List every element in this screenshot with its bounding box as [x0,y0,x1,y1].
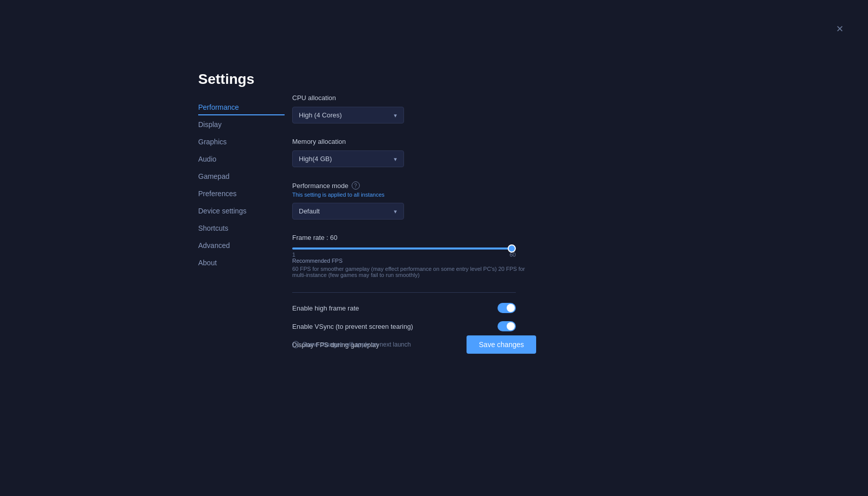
cpu-allocation-label: CPU allocation [292,94,536,102]
divider [292,292,516,293]
footer-hint-text: Some changes will apply on next launch [302,341,411,348]
performance-mode-label: Performance mode [292,182,349,190]
slider-min-label: 1 [292,252,295,258]
sidebar-item-device-settings[interactable]: Device settings [198,203,285,219]
toggle-row-high-frame-rate: Enable high frame rate [292,303,516,313]
high-frame-rate-toggle-knob [507,304,515,312]
sidebar-item-gamepad[interactable]: Gamepad [198,168,285,184]
memory-allocation-dropdown[interactable]: Low(1 GB) Medium(2 GB) High(4 GB) Ultra(… [292,150,404,167]
footer: ℹ Some changes will apply on next launch… [292,335,536,354]
footer-hint: ℹ Some changes will apply on next launch [292,341,411,348]
cpu-allocation-dropdown-wrapper: Low (1 Core) Medium (2 Cores) High (4 Co… [292,107,404,123]
toggle-row-vsync: Enable VSync (to prevent screen tearing) [292,321,516,331]
sidebar-item-shortcuts[interactable]: Shortcuts [198,220,285,236]
sidebar-item-about[interactable]: About [198,255,285,271]
sidebar-item-advanced[interactable]: Advanced [198,237,285,254]
performance-mode-section: Performance mode ? This setting is appli… [292,181,536,220]
cpu-allocation-dropdown[interactable]: Low (1 Core) Medium (2 Cores) High (4 Co… [292,107,404,123]
sidebar-item-preferences[interactable]: Preferences [198,185,285,202]
close-button[interactable]: ✕ [836,24,844,34]
performance-mode-hint: This setting is applied to all instances [292,192,536,198]
sidebar-item-audio[interactable]: Audio [198,151,285,167]
cpu-allocation-section: CPU allocation Low (1 Core) Medium (2 Co… [292,94,536,123]
footer-info-icon: ℹ [292,341,299,348]
recommended-fps-title: Recommended FPS [292,258,536,264]
save-changes-button[interactable]: Save changes [467,335,536,354]
vsync-toggle[interactable] [498,321,516,331]
main-content: CPU allocation Low (1 Core) Medium (2 Co… [292,94,536,358]
recommended-fps-text: 60 FPS for smoother gameplay (may effect… [292,266,536,278]
sidebar: Performance Display Graphics Audio Gamep… [198,99,285,271]
sidebar-item-graphics[interactable]: Graphics [198,134,285,150]
frame-rate-label: Frame rate : 60 [292,234,536,241]
vsync-toggle-knob [507,322,515,330]
performance-mode-help-icon[interactable]: ? [352,181,360,190]
frame-rate-section: Frame rate : 60 1 60 Recommended FPS 60 … [292,234,536,278]
performance-mode-header: Performance mode ? [292,181,536,190]
high-frame-rate-label: Enable high frame rate [292,304,359,312]
sidebar-item-display[interactable]: Display [198,116,285,133]
slider-max-label: 60 [510,252,516,258]
performance-mode-dropdown[interactable]: Default Power saving High performance [292,203,404,220]
memory-allocation-dropdown-wrapper: Low(1 GB) Medium(2 GB) High(4 GB) Ultra(… [292,150,404,167]
performance-mode-dropdown-wrapper: Default Power saving High performance ▼ [292,203,404,220]
vsync-label: Enable VSync (to prevent screen tearing) [292,323,413,330]
memory-allocation-label: Memory allocation [292,138,536,145]
page-title: Settings [198,71,254,87]
fps-info: Recommended FPS 60 FPS for smoother game… [292,258,536,278]
sidebar-item-performance[interactable]: Performance [198,99,285,115]
high-frame-rate-toggle[interactable] [498,303,516,313]
memory-allocation-section: Memory allocation Low(1 GB) Medium(2 GB)… [292,138,536,167]
frame-rate-slider[interactable] [292,247,516,250]
